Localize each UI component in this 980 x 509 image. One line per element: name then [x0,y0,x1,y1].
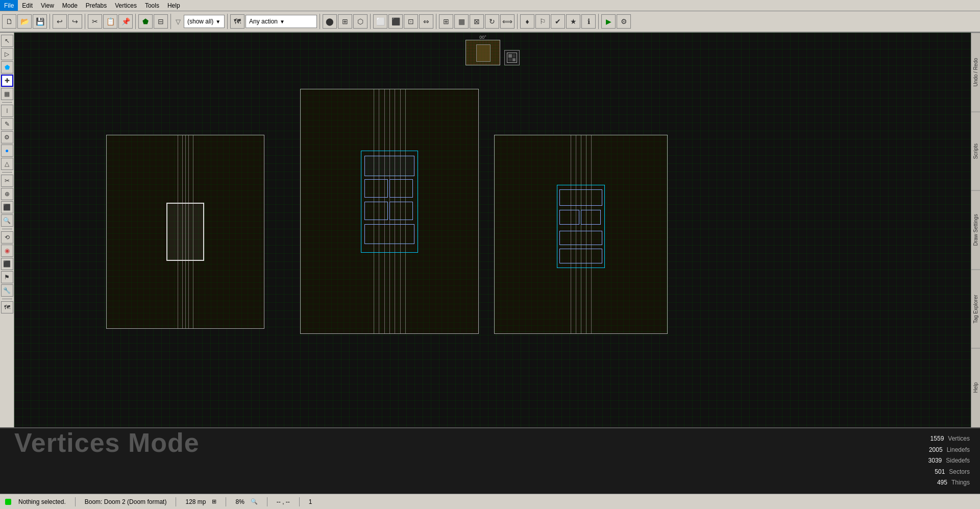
minimap-thumb-2[interactable] [504,50,520,65]
lt-merge-tool[interactable]: ⊕ [1,188,13,200]
floor-plan-center [300,89,479,334]
minimap-thumb-1[interactable] [465,40,500,65]
toolbar-sep-7 [370,14,371,29]
map-icon-button[interactable]: 🗺 [230,14,244,29]
stats-panel: 1559 Vertices 2005 Linedefs 3039 Sidedef… [921,433,970,489]
lt-zoom-tool[interactable]: 🔍 [1,214,13,227]
lt-align-tool[interactable]: ⬛ [1,201,13,213]
lt-cut-tool[interactable]: ✂ [1,175,13,187]
linedef-mode-button[interactable]: ⊟ [154,14,168,29]
paste-button[interactable]: 📌 [118,14,133,29]
save-button[interactable]: 💾 [33,14,47,29]
grid4-button[interactable]: ▦ [454,14,469,29]
grid-dot-button[interactable]: ⬤ [323,14,337,29]
lt-rotate-tool[interactable]: ⟲ [1,231,13,244]
menu-edit[interactable]: Edit [18,0,37,11]
floor-plan-left: ▲ █ █ ▼ [106,135,264,329]
vtab-help[interactable]: Help [971,348,980,427]
zoom-icon: 🔍 [251,498,258,505]
left-room [166,203,204,260]
canvas-area[interactable]: 00° ▲ [14,33,971,427]
coords-status: -- , -- [277,498,290,505]
left-toolbar: ↖ ▷ ⬟ ✚ ▦ ⁞ ✎ ⚙ ● △ ✂ ⊕ ⬛ 🔍 ⟲ ◉ ⬛ ⚑ 🔧 🗺 [0,33,14,427]
lt-sep-4 [2,299,12,299]
special-button[interactable]: ★ [566,14,580,29]
vtab-scripts[interactable]: Scripts [971,112,980,191]
status-bottom: Nothing selected. Boom: Doom 2 (Doom for… [0,494,980,509]
mode-label: Vertices Mode [14,427,200,458]
vtab-undo-redo[interactable]: Undo / Redo [971,33,980,112]
mp-icon: ⊞ [212,498,216,505]
select-all-button[interactable]: ⬛ [388,14,403,29]
lt-draw-tool[interactable]: ✎ [1,118,13,130]
vtabs: Undo / Redo Scripts Draw Settings Tag Ex… [971,33,980,427]
toolbar: 🗋 📂 💾 ↩ ↪ ✂ 📋 📌 ⬟ ⊟ ▽ (show all) ▼ 🗺 Any… [0,11,980,33]
lt-sep-2 [2,172,12,173]
lt-target-tool[interactable]: ◉ [1,245,13,257]
snap-button[interactable]: ⊠ [470,14,484,29]
lt-line-tool[interactable]: ⁞ [1,105,13,117]
floor-plan-left-inner [107,135,264,328]
menubar: File Edit View Mode Prefabs Vertices Too… [0,0,980,11]
toolbar-sep-8 [436,14,436,29]
lt-vertex-tool[interactable]: ⬟ [1,61,13,74]
grid3-button[interactable]: ⊞ [439,14,453,29]
status-sep-1 [75,497,76,506]
menu-prefabs[interactable]: Prefabs [82,0,111,11]
toolbar-sep-3 [135,14,136,29]
lt-thing-tool[interactable]: ⚙ [1,131,13,143]
lt-sep-1 [2,102,12,103]
tag-button[interactable]: ⚐ [535,14,550,29]
action-dropdown[interactable]: Any action ▼ [246,15,317,28]
status-sep-2 [176,497,176,506]
info-button[interactable]: ℹ [581,14,596,29]
grid-square-button[interactable]: ⊞ [338,14,352,29]
lt-map-tool[interactable]: 🗺 [1,301,13,313]
play-config-button[interactable]: ⚙ [617,14,631,29]
redo-button[interactable]: ↪ [68,14,82,29]
menu-file[interactable]: File [0,0,18,11]
check-button[interactable]: ✔ [551,14,565,29]
minimap-label: 00° [479,35,486,40]
lt-select-tool[interactable]: ▷ [1,48,13,60]
linedefs-count: 2005 [922,445,943,456]
vtab-draw-settings[interactable]: Draw Settings [971,190,980,270]
flip-button[interactable]: ⇔ [419,14,433,29]
bbox-button[interactable]: ⬜ [373,14,387,29]
menu-view[interactable]: View [37,0,58,11]
copy2-button[interactable]: ⊡ [404,14,418,29]
vertex-mode-button[interactable]: ⬟ [138,14,153,29]
lt-arrow-tool[interactable]: ↖ [1,35,13,47]
lt-sector-tool[interactable]: ▦ [1,88,13,100]
action-chevron-icon: ▼ [280,19,285,25]
level-status: 1 [309,498,312,505]
menu-mode[interactable]: Mode [58,0,82,11]
lt-triangle-tool[interactable]: △ [1,158,13,170]
new-button[interactable]: 🗋 [2,14,16,29]
engine-status: Boom: Doom 2 (Doom format) [85,498,167,505]
filter-label: (show all) [187,18,213,25]
things-count: 495 [927,477,947,489]
vtab-tag-explorer[interactable]: Tag Explorer [971,270,980,349]
undo-button[interactable]: ↩ [53,14,67,29]
open-button[interactable]: 📂 [17,14,32,29]
lt-crosshair-tool[interactable]: ✚ [1,75,13,87]
right-building [557,185,605,268]
menu-vertices[interactable]: Vertices [111,0,141,11]
play-button[interactable]: ▶ [601,14,616,29]
rotate2-button[interactable]: ↻ [485,14,499,29]
lt-wrench-tool[interactable]: 🔧 [1,284,13,297]
lt-circle-tool[interactable]: ● [1,144,13,157]
cut-button[interactable]: ✂ [88,14,102,29]
lt-paint-tool[interactable]: ⬛ [1,258,13,270]
menu-tools[interactable]: Tools [141,0,163,11]
mirror-button[interactable]: ⟺ [500,14,514,29]
menu-help[interactable]: Help [163,0,184,11]
lt-flag-tool[interactable]: ⚑ [1,271,13,283]
copy-button[interactable]: 📋 [103,14,117,29]
toolbar-sep-5 [227,14,228,29]
thing-button[interactable]: ♦ [520,14,534,29]
filter-dropdown[interactable]: (show all) ▼ [184,15,225,28]
grid-hex-button[interactable]: ⬡ [353,14,368,29]
zoom-status: 8% [235,498,244,505]
